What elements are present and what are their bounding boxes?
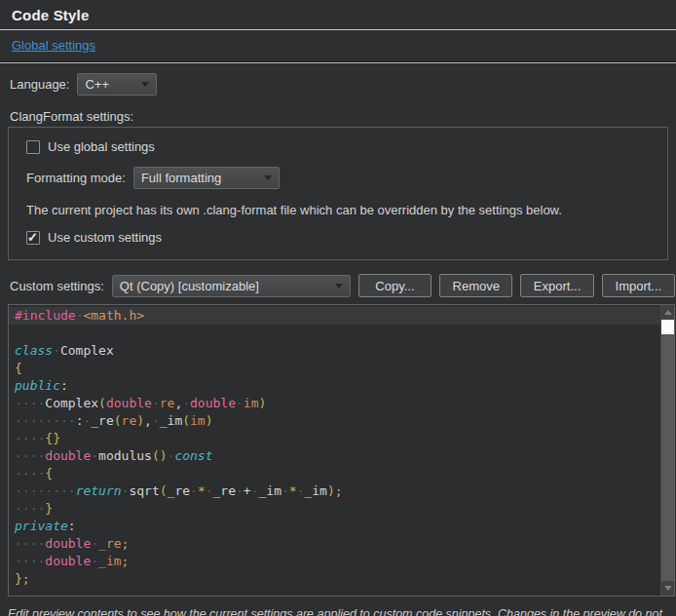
code-line: ····double·_im;: [9, 553, 660, 570]
scrollbar-track[interactable]: [661, 334, 674, 581]
custom-settings-label: Custom settings:: [10, 279, 104, 293]
code-line: ····double·_re;: [9, 535, 660, 553]
vertical-scrollbar[interactable]: [660, 305, 674, 596]
code-line: public:: [9, 377, 660, 395]
language-select[interactable]: C++: [77, 73, 157, 96]
use-custom-settings-checkbox[interactable]: [26, 231, 40, 245]
code-line: #include·<math.h>: [9, 307, 660, 325]
formatting-mode-select[interactable]: Full formatting: [133, 167, 280, 189]
custom-settings-row: Custom settings: Qt (Copy) [customizable…: [10, 274, 675, 297]
code-preview-editor[interactable]: #include·<math.h>class·Complex{public:··…: [8, 304, 675, 597]
code-line: [9, 325, 660, 342]
clangformat-group-label: ClangFormat settings:: [10, 109, 676, 124]
use-global-settings-checkbox[interactable]: [26, 140, 40, 154]
formatting-mode-label: Formatting mode:: [26, 171, 126, 185]
code-line: ····{}: [9, 430, 660, 447]
code-line: ········:·_re(re),·_im(im): [9, 412, 660, 430]
chevron-down-icon: [141, 82, 149, 87]
page-header: Code Style: [0, 0, 676, 30]
code-line: private:: [9, 518, 660, 535]
global-settings-link[interactable]: Global settings: [12, 38, 95, 53]
chevron-down-icon: [335, 284, 343, 289]
formatting-mode-row: Formatting mode: Full formatting: [26, 167, 650, 189]
language-row: Language: C++: [10, 73, 676, 96]
header-separator: [0, 61, 676, 63]
custom-settings-value: Qt (Copy) [customizable]: [120, 279, 259, 293]
export-button[interactable]: Export...: [520, 274, 593, 297]
arrow-up-icon: [664, 310, 672, 315]
scrollbar-thumb[interactable]: [661, 320, 674, 334]
code-line: ········return·sqrt(_re·*·_re·+·_im·*·_i…: [9, 482, 660, 500]
use-global-settings-row: Use global settings: [26, 139, 650, 154]
language-label: Language:: [10, 77, 69, 92]
code-line: ····{: [9, 465, 660, 482]
code-line: {: [9, 360, 660, 377]
code-line: ····}: [9, 500, 660, 518]
code-line: ····double·modulus()·const: [9, 447, 660, 465]
use-global-settings-label: Use global settings: [48, 139, 155, 154]
copy-button[interactable]: Copy...: [358, 274, 432, 297]
scroll-down-button[interactable]: [661, 581, 674, 596]
clangformat-group: Use global settings Formatting mode: Ful…: [8, 127, 668, 260]
page-title: Code Style: [12, 7, 664, 23]
language-select-value: C++: [85, 77, 109, 92]
arrow-down-icon: [664, 586, 672, 591]
custom-settings-select[interactable]: Qt (Copy) [customizable]: [112, 275, 351, 297]
use-custom-settings-label: Use custom settings: [48, 230, 162, 245]
code-line: ····Complex(double·re,·double·im): [9, 395, 660, 412]
clang-format-info-text: The current project has its own .clang-f…: [26, 203, 650, 217]
scroll-up-button[interactable]: [661, 305, 674, 320]
footer-help-text: Edit preview contents to see how the cur…: [8, 606, 666, 616]
import-button[interactable]: Import...: [602, 274, 675, 297]
code-editor-content[interactable]: #include·<math.h>class·Complex{public:··…: [9, 305, 660, 596]
formatting-mode-value: Full formatting: [141, 171, 221, 185]
chevron-down-icon: [264, 175, 272, 180]
use-custom-settings-row: Use custom settings: [26, 230, 650, 245]
global-settings-row: Global settings: [0, 30, 676, 61]
code-line: class·Complex: [9, 342, 660, 360]
code-line: };: [9, 570, 660, 588]
remove-button[interactable]: Remove: [439, 274, 512, 297]
